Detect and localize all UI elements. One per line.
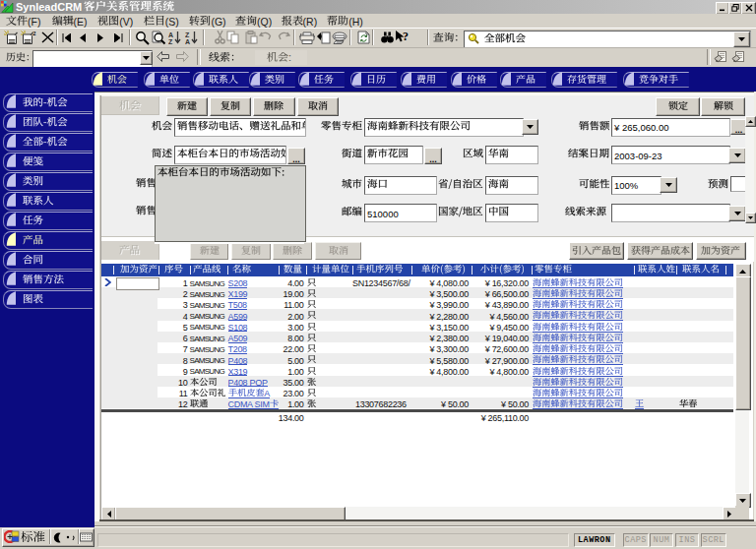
svg-text:?: ?: [403, 30, 409, 43]
svg-text:Z: Z: [185, 31, 190, 38]
svg-text:A: A: [185, 38, 190, 44]
svg-text:A: A: [168, 31, 173, 38]
svg-text:2: 2: [32, 30, 36, 37]
svg-text:Z: Z: [168, 38, 173, 44]
